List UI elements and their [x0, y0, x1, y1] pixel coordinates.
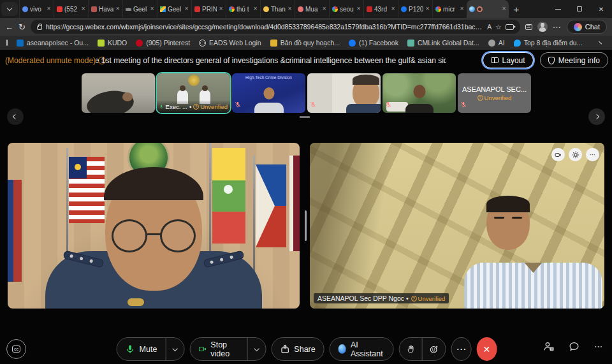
minimize-button[interactable] [547, 0, 569, 18]
closed-captions-button[interactable]: cc [6, 339, 26, 359]
favorite-item[interactable]: CMLink Global Dat... [407, 39, 479, 47]
stage-video-left[interactable]: ASE [8, 143, 300, 309]
snapshot-camera-button[interactable] [551, 148, 565, 161]
filmstrip-next-button[interactable] [588, 108, 605, 125]
browser-tab[interactable]: Than✕ [260, 0, 295, 18]
favorite-item[interactable]: AI [488, 39, 505, 47]
tab-close-icon[interactable]: ✕ [184, 6, 189, 11]
share-button[interactable]: Share [271, 337, 324, 361]
tab-close-icon[interactable]: ✕ [81, 6, 85, 11]
browser-tab[interactable]: vivo✕ [19, 0, 54, 18]
cmlink-icon [407, 40, 414, 47]
favorite-item[interactable]: Bản đồ quy hoạch... [270, 39, 340, 47]
camera-permission-icon[interactable] [506, 24, 514, 30]
ai-assistant-button[interactable]: AI Assistant [330, 337, 394, 361]
participants-panel-icon[interactable] [543, 341, 554, 352]
browser-tab[interactable]: micr✕ [432, 0, 467, 18]
browser-tab[interactable]: Mua✕ [295, 0, 329, 18]
filmstrip-drag-handle[interactable] [300, 116, 310, 118]
collections-icon[interactable] [525, 24, 532, 30]
stage-video-right[interactable]: ⋯ ASEANAPOL Sec DPP Ngoc • ?Unverified [310, 143, 604, 309]
browser-tab[interactable]: PRIN✕ [191, 0, 226, 18]
layout-button[interactable]: Layout [483, 52, 534, 68]
browser-tab[interactable]: thú t✕ [226, 0, 260, 18]
video-thumbnail[interactable] [82, 73, 155, 113]
close-window-button[interactable]: ✕ [590, 0, 612, 18]
minimize-icon [555, 9, 561, 10]
read-aloud-icon[interactable]: A [487, 23, 492, 31]
browser-tab[interactable]: seou✕ [329, 0, 363, 18]
mute-options-dropdown[interactable] [165, 338, 184, 360]
video-thumbnail[interactable] [307, 73, 381, 113]
participant-name: ASEANAPOL SEC... [462, 85, 527, 93]
back-button[interactable]: ← [5, 22, 13, 32]
tab-close-icon[interactable]: ✕ [391, 6, 395, 11]
google-favicon [229, 6, 235, 12]
glasses [112, 219, 147, 252]
tab-close-icon[interactable]: ✕ [425, 6, 430, 11]
favorite-item[interactable]: aseanapolsec - Ou... [17, 39, 89, 47]
copilot-chat-button[interactable]: Chat [567, 20, 607, 34]
profile-avatar[interactable] [537, 22, 548, 32]
meeting-info-button[interactable]: Meeting info [540, 52, 608, 68]
browser-tab[interactable]: Geel✕ [122, 0, 157, 18]
raise-hand-button[interactable] [399, 345, 421, 354]
participant-face [486, 198, 530, 250]
browser-address-bar: ← ↻ https://gccsg.webex.com/wbxmjs/joins… [0, 18, 612, 36]
tab-close-icon[interactable]: ✕ [502, 6, 506, 11]
video-thumbnail-active[interactable]: Exec. ... • ?Unverified [157, 73, 230, 113]
audio-only-tile[interactable]: ASEANAPOL SEC... ?Unverified [458, 73, 531, 113]
browser-tab-active[interactable]: ✕ [467, 0, 509, 18]
address-input[interactable]: https://gccsg.webex.com/wbxmjs/joinservi… [31, 20, 520, 34]
favorite-item[interactable]: KUDO [98, 39, 127, 47]
video-options-dropdown[interactable] [247, 338, 265, 360]
favorites-overflow-chevron-icon[interactable] [599, 41, 602, 45]
smiley-reaction-icon [429, 345, 438, 354]
tab-close-icon[interactable]: ✕ [322, 6, 326, 11]
browser-tab[interactable]: Geel✕ [157, 0, 191, 18]
tab-close-icon[interactable]: ✕ [288, 6, 292, 11]
browser-menu-icon[interactable]: ⋯ [553, 22, 562, 32]
video-thumbnail[interactable] [382, 73, 456, 113]
video-thumbnail[interactable]: High-Tech Crime Division [232, 73, 305, 113]
stop-video-button[interactable]: Stop video [190, 340, 247, 358]
new-tab-button[interactable]: + [509, 0, 524, 18]
favorite-item[interactable]: Top 8 địa điểm du... [514, 39, 583, 47]
tab-close-icon[interactable]: ✕ [219, 6, 223, 11]
filmstrip-previous-button[interactable] [7, 108, 24, 125]
tab-close-icon[interactable]: ✕ [460, 6, 464, 11]
browser-tab[interactable]: 43rd✕ [363, 0, 398, 18]
copilot-label: Chat [585, 23, 600, 31]
tab-search-button[interactable] [1, 2, 18, 16]
sidebar-toggle-icon[interactable] [6, 40, 8, 46]
lock-icon [37, 25, 42, 30]
chat-panel-icon[interactable] [569, 341, 579, 352]
browser-tab[interactable]: P120✕ [398, 0, 432, 18]
pane-resize-handle[interactable] [305, 210, 307, 241]
favorite-item[interactable]: (905) Pinterest [136, 39, 190, 47]
mic-icon [126, 344, 135, 354]
browser-tab[interactable]: Hava✕ [88, 0, 122, 18]
unverified-badge: ?Unverified [411, 295, 446, 302]
settings-gear-button[interactable] [569, 148, 582, 161]
maximize-button[interactable] [569, 0, 590, 18]
tab-close-icon[interactable]: ✕ [150, 6, 154, 11]
browser-tab[interactable]: (552✕ [54, 0, 88, 18]
emblem [188, 75, 200, 86]
reactions-button[interactable] [421, 338, 445, 360]
favorite-item[interactable]: (1) Facebook [349, 39, 398, 47]
tab-close-icon[interactable]: ✕ [47, 6, 51, 11]
more-controls-button[interactable]: ⋯ [451, 337, 471, 361]
mute-button[interactable]: Mute [117, 344, 166, 354]
tab-close-icon[interactable]: ✕ [253, 6, 258, 11]
more-options-button[interactable]: ⋯ [586, 148, 599, 161]
tab-close-icon[interactable]: ✕ [115, 6, 120, 11]
refresh-button[interactable]: ↻ [18, 22, 26, 32]
panel-options-icon[interactable]: ⋯ [594, 342, 603, 351]
favorite-item[interactable]: EADS Web Login [199, 39, 261, 47]
leave-meeting-button[interactable]: ✕ [477, 337, 497, 361]
tab-close-icon[interactable]: ✕ [356, 6, 361, 11]
flag [8, 180, 22, 282]
chevron-right-icon [594, 114, 599, 119]
favorite-star-icon[interactable]: ☆ [495, 23, 501, 31]
